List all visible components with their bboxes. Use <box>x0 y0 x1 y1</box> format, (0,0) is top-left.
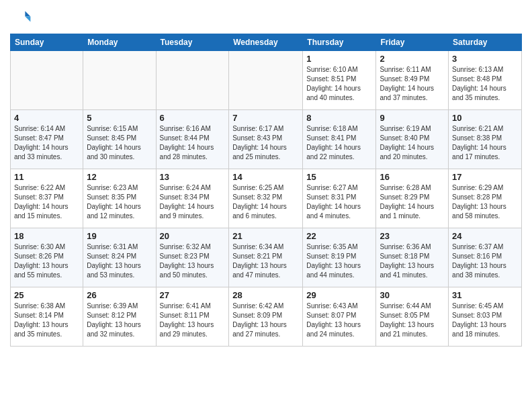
day-number: 9 <box>380 113 445 123</box>
calendar-cell: 14Sunrise: 6:25 AM Sunset: 8:32 PM Dayli… <box>229 169 303 228</box>
calendar-cell: 16Sunrise: 6:28 AM Sunset: 8:29 PM Dayli… <box>376 169 449 228</box>
day-number: 4 <box>14 113 79 123</box>
calendar-cell: 31Sunrise: 6:45 AM Sunset: 8:03 PM Dayli… <box>449 287 522 347</box>
day-number: 29 <box>306 290 372 300</box>
day-number: 17 <box>452 172 518 182</box>
day-info: Sunrise: 6:31 AM Sunset: 8:24 PM Dayligh… <box>87 242 152 280</box>
calendar-cell: 18Sunrise: 6:30 AM Sunset: 8:26 PM Dayli… <box>11 228 83 287</box>
day-info: Sunrise: 6:35 AM Sunset: 8:19 PM Dayligh… <box>306 242 372 280</box>
day-number: 7 <box>232 113 299 123</box>
calendar-header-thursday: Thursday <box>303 34 376 51</box>
page-container: SundayMondayTuesdayWednesdayThursdayFrid… <box>0 0 532 411</box>
day-info: Sunrise: 6:19 AM Sunset: 8:40 PM Dayligh… <box>380 124 445 162</box>
calendar-cell <box>229 51 303 110</box>
day-info: Sunrise: 6:30 AM Sunset: 8:26 PM Dayligh… <box>14 242 79 280</box>
calendar-cell: 11Sunrise: 6:22 AM Sunset: 8:37 PM Dayli… <box>11 169 83 228</box>
calendar-week-row: 4Sunrise: 6:14 AM Sunset: 8:47 PM Daylig… <box>11 110 522 169</box>
calendar-week-row: 1Sunrise: 6:10 AM Sunset: 8:51 PM Daylig… <box>11 51 522 110</box>
logo <box>10 7 34 28</box>
calendar-cell: 8Sunrise: 6:18 AM Sunset: 8:41 PM Daylig… <box>303 110 376 169</box>
calendar-cell: 3Sunrise: 6:13 AM Sunset: 8:48 PM Daylig… <box>449 51 522 110</box>
calendar-header-sunday: Sunday <box>11 34 83 51</box>
day-info: Sunrise: 6:34 AM Sunset: 8:21 PM Dayligh… <box>232 242 299 280</box>
svg-marker-0 <box>25 11 30 16</box>
day-info: Sunrise: 6:13 AM Sunset: 8:48 PM Dayligh… <box>452 65 518 103</box>
day-number: 16 <box>380 172 445 182</box>
header <box>10 7 522 28</box>
day-info: Sunrise: 6:38 AM Sunset: 8:14 PM Dayligh… <box>14 302 79 339</box>
day-number: 15 <box>306 172 372 182</box>
day-number: 21 <box>232 231 299 241</box>
calendar-cell: 9Sunrise: 6:19 AM Sunset: 8:40 PM Daylig… <box>376 110 449 169</box>
day-info: Sunrise: 6:17 AM Sunset: 8:43 PM Dayligh… <box>232 124 299 162</box>
day-number: 11 <box>14 172 79 182</box>
calendar-header-friday: Friday <box>376 34 449 51</box>
day-info: Sunrise: 6:16 AM Sunset: 8:44 PM Dayligh… <box>160 124 226 162</box>
day-number: 14 <box>232 172 299 182</box>
calendar-cell: 29Sunrise: 6:43 AM Sunset: 8:07 PM Dayli… <box>303 287 376 347</box>
calendar-header-row: SundayMondayTuesdayWednesdayThursdayFrid… <box>11 34 522 51</box>
day-number: 31 <box>452 290 518 300</box>
day-info: Sunrise: 6:25 AM Sunset: 8:32 PM Dayligh… <box>232 183 299 221</box>
calendar-week-row: 25Sunrise: 6:38 AM Sunset: 8:14 PM Dayli… <box>11 287 522 347</box>
day-info: Sunrise: 6:24 AM Sunset: 8:34 PM Dayligh… <box>160 183 226 221</box>
day-info: Sunrise: 6:14 AM Sunset: 8:47 PM Dayligh… <box>14 124 79 162</box>
day-number: 26 <box>87 290 152 300</box>
day-number: 28 <box>232 290 299 300</box>
day-number: 20 <box>160 231 226 241</box>
calendar-cell: 6Sunrise: 6:16 AM Sunset: 8:44 PM Daylig… <box>156 110 229 169</box>
calendar-cell: 17Sunrise: 6:29 AM Sunset: 8:28 PM Dayli… <box>449 169 522 228</box>
calendar-cell: 21Sunrise: 6:34 AM Sunset: 8:21 PM Dayli… <box>229 228 303 287</box>
day-number: 30 <box>380 290 445 300</box>
day-info: Sunrise: 6:42 AM Sunset: 8:09 PM Dayligh… <box>232 302 299 339</box>
calendar-cell: 7Sunrise: 6:17 AM Sunset: 8:43 PM Daylig… <box>229 110 303 169</box>
day-number: 18 <box>14 231 79 241</box>
day-info: Sunrise: 6:22 AM Sunset: 8:37 PM Dayligh… <box>14 183 79 221</box>
day-number: 22 <box>306 231 372 241</box>
calendar-cell: 1Sunrise: 6:10 AM Sunset: 8:51 PM Daylig… <box>303 51 376 110</box>
calendar-table: SundayMondayTuesdayWednesdayThursdayFrid… <box>10 34 522 347</box>
calendar-week-row: 11Sunrise: 6:22 AM Sunset: 8:37 PM Dayli… <box>11 169 522 228</box>
calendar-cell: 10Sunrise: 6:21 AM Sunset: 8:38 PM Dayli… <box>449 110 522 169</box>
calendar-cell: 24Sunrise: 6:37 AM Sunset: 8:16 PM Dayli… <box>449 228 522 287</box>
calendar-cell: 23Sunrise: 6:36 AM Sunset: 8:18 PM Dayli… <box>376 228 449 287</box>
calendar-cell <box>156 51 229 110</box>
day-number: 19 <box>87 231 152 241</box>
day-number: 8 <box>306 113 372 123</box>
day-number: 27 <box>160 290 226 300</box>
calendar-header-saturday: Saturday <box>449 34 522 51</box>
calendar-cell: 25Sunrise: 6:38 AM Sunset: 8:14 PM Dayli… <box>11 287 83 347</box>
day-info: Sunrise: 6:43 AM Sunset: 8:07 PM Dayligh… <box>306 302 372 339</box>
day-info: Sunrise: 6:44 AM Sunset: 8:05 PM Dayligh… <box>380 302 445 339</box>
day-number: 24 <box>452 231 518 241</box>
day-info: Sunrise: 6:29 AM Sunset: 8:28 PM Dayligh… <box>452 183 518 221</box>
calendar-header-tuesday: Tuesday <box>156 34 229 51</box>
svg-marker-1 <box>25 16 30 21</box>
day-info: Sunrise: 6:45 AM Sunset: 8:03 PM Dayligh… <box>452 302 518 339</box>
calendar-cell: 30Sunrise: 6:44 AM Sunset: 8:05 PM Dayli… <box>376 287 449 347</box>
calendar-cell: 5Sunrise: 6:15 AM Sunset: 8:45 PM Daylig… <box>83 110 156 169</box>
day-info: Sunrise: 6:21 AM Sunset: 8:38 PM Dayligh… <box>452 124 518 162</box>
calendar-cell: 26Sunrise: 6:39 AM Sunset: 8:12 PM Dayli… <box>83 287 156 347</box>
day-number: 6 <box>160 113 226 123</box>
day-info: Sunrise: 6:36 AM Sunset: 8:18 PM Dayligh… <box>380 242 445 280</box>
calendar-cell: 2Sunrise: 6:11 AM Sunset: 8:49 PM Daylig… <box>376 51 449 110</box>
day-number: 23 <box>380 231 445 241</box>
day-info: Sunrise: 6:32 AM Sunset: 8:23 PM Dayligh… <box>160 242 226 280</box>
calendar-cell: 20Sunrise: 6:32 AM Sunset: 8:23 PM Dayli… <box>156 228 229 287</box>
calendar-cell: 15Sunrise: 6:27 AM Sunset: 8:31 PM Dayli… <box>303 169 376 228</box>
calendar-cell <box>11 51 83 110</box>
day-info: Sunrise: 6:11 AM Sunset: 8:49 PM Dayligh… <box>380 65 445 103</box>
day-number: 10 <box>452 113 518 123</box>
day-info: Sunrise: 6:18 AM Sunset: 8:41 PM Dayligh… <box>306 124 372 162</box>
calendar-cell: 13Sunrise: 6:24 AM Sunset: 8:34 PM Dayli… <box>156 169 229 228</box>
day-info: Sunrise: 6:37 AM Sunset: 8:16 PM Dayligh… <box>452 242 518 280</box>
calendar-cell: 28Sunrise: 6:42 AM Sunset: 8:09 PM Dayli… <box>229 287 303 347</box>
calendar-cell <box>83 51 156 110</box>
day-number: 5 <box>87 113 152 123</box>
calendar-cell: 12Sunrise: 6:23 AM Sunset: 8:35 PM Dayli… <box>83 169 156 228</box>
day-info: Sunrise: 6:41 AM Sunset: 8:11 PM Dayligh… <box>160 302 226 339</box>
day-number: 2 <box>380 54 445 64</box>
calendar-cell: 19Sunrise: 6:31 AM Sunset: 8:24 PM Dayli… <box>83 228 156 287</box>
calendar-week-row: 18Sunrise: 6:30 AM Sunset: 8:26 PM Dayli… <box>11 228 522 287</box>
